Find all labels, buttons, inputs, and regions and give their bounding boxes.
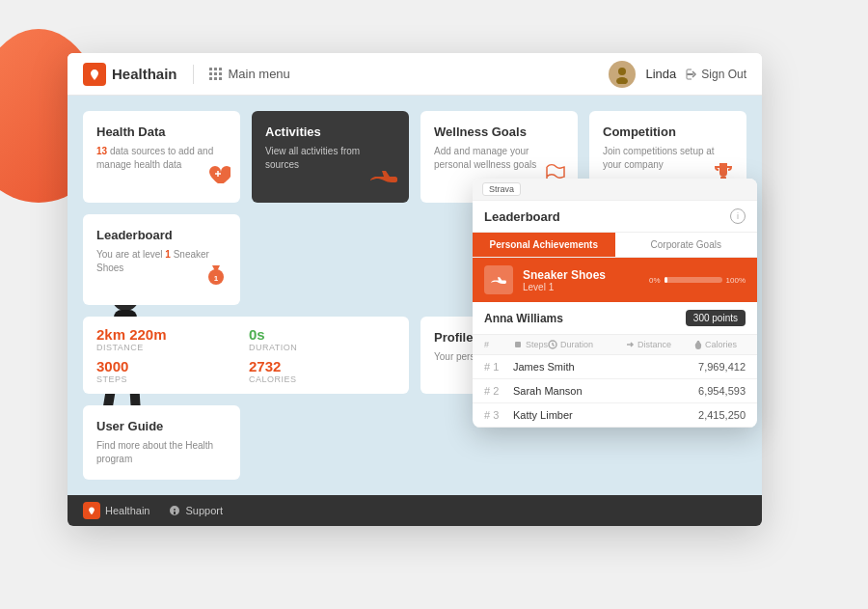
health-data-tile[interactable]: Health Data 13 data sources to add and m… [83,111,240,203]
user-fullname: Anna Williams [484,312,563,325]
row3-rank: # 3 [484,409,513,421]
row3-name: Katty Limber [513,409,678,421]
progress-bar-area: 0% 100% [649,276,746,285]
bottom-logo: Healthain [83,502,149,519]
medal-icon: 1 [202,260,231,295]
distance-label: DISTANCE [96,343,243,352]
shoe-icon [368,163,399,193]
navbar-right: Linda Sign Out [609,61,746,88]
wellness-goals-title: Wellness Goals [434,125,564,139]
row2-name: Sarah Manson [513,385,678,397]
panel-tabs: Personal Achievements Corporate Goals [473,233,757,258]
strava-bar: Strava [473,179,757,201]
svg-point-0 [618,68,626,75]
col-duration: Duration [548,340,625,349]
svg-rect-2 [687,73,693,75]
achievement-name: Sneaker Shoes [523,268,639,282]
distance-value: 2km 220m [96,326,243,343]
steps-stat: 3000 STEPS [96,358,243,384]
bottom-support-label: Support [185,505,223,516]
achievement-bar: Sneaker Shoes Level 1 0% 100% [473,258,757,302]
leaderboard-rows: # 1 James Smith 7,969,412 # 2 Sarah Mans… [473,355,757,428]
table-row: # 3 Katty Limber 2,415,250 [473,403,757,428]
activities-title: Activities [265,125,395,139]
tab-personal-achievements[interactable]: Personal Achievements [473,233,615,257]
table-row: # 2 Sarah Manson 6,954,593 [473,379,757,403]
stats-tile: 2km 220m DISTANCE 0s DURATION 3000 STEPS… [83,317,409,394]
col-calories: Calories [692,340,757,349]
points-badge: 300 points [686,310,746,326]
svg-point-1 [616,77,628,84]
calories-stat: 2732 CALORIES [249,358,395,384]
navbar: Healthain Main menu Linda [68,53,762,96]
info-icon[interactable]: i [730,208,746,224]
achievement-info: Sneaker Shoes Level 1 [523,268,639,292]
sign-out-button[interactable]: Sign Out [686,68,746,81]
leaderboard-tile-title: Leaderboard [96,228,227,242]
table-row: # 1 James Smith 7,969,412 [473,355,757,379]
panel-header: Leaderboard i [473,201,757,233]
strava-label: Strava [482,182,521,196]
user-guide-title: User Guide [96,419,227,433]
leaderboard-tile[interactable]: Leaderboard You are at level 1 Sneaker S… [83,214,240,306]
competition-title: Competition [603,125,733,139]
row1-rank: # 1 [484,361,513,373]
activities-tile[interactable]: Activities View all activities from sour… [252,111,409,203]
nav-divider [193,65,194,84]
achievement-level: Level 1 [523,282,639,292]
progress-fill [665,277,667,283]
row2-rank: # 2 [484,385,513,397]
main-menu-button[interactable]: Main menu [209,67,290,81]
bottom-logo-text: Healthain [105,505,149,516]
col-steps: Steps [513,340,548,349]
duration-value: 0s [249,326,395,343]
panel-title: Leaderboard [484,209,560,224]
sign-out-label: Sign Out [701,68,746,81]
bottom-support[interactable]: Support [169,505,223,516]
user-guide-tile[interactable]: User Guide Find more about the Health pr… [83,405,240,480]
bottom-logo-icon [83,502,100,519]
bottom-bar: Healthain Support [68,495,762,526]
logo-text: Healthain [112,66,177,82]
user-name-label: Linda [645,67,676,81]
tab-corporate-goals[interactable]: Corporate Goals [615,233,758,257]
progress-bar [665,277,722,283]
row1-name: James Smith [513,361,678,373]
leaderboard-panel: Strava Leaderboard i Personal Achievemen… [473,179,757,428]
row3-value: 2,415,250 [678,409,746,421]
row1-value: 7,969,412 [678,361,746,373]
col-rank: # [484,340,513,349]
user-avatar [609,61,636,88]
progress-end: 100% [726,276,746,285]
svg-text:1: 1 [214,274,219,283]
grid-icon [209,68,223,81]
calories-label: CALORIES [249,374,395,384]
duration-stat: 0s DURATION [249,326,395,352]
steps-value: 3000 [96,358,243,374]
progress-start: 0% [649,276,661,285]
logo-icon [83,63,106,86]
heart-icon [205,163,231,193]
user-row: Anna Williams 300 points [473,302,757,335]
leaderboard-columns: # Steps Duration Distance Calories [473,335,757,355]
steps-label: STEPS [96,374,243,384]
distance-stat: 2km 220m DISTANCE [96,326,243,352]
col-distance: Distance [625,340,692,349]
calories-value: 2732 [249,358,395,374]
svg-rect-13 [515,342,521,347]
health-data-title: Health Data [96,125,227,139]
duration-label: DURATION [249,343,395,352]
row2-value: 6,954,593 [678,385,746,397]
user-guide-desc: Find more about the Health program [96,439,227,466]
logo-area: Healthain [83,63,177,86]
shoe-achievement-icon [484,265,513,294]
main-menu-label: Main menu [229,67,290,81]
